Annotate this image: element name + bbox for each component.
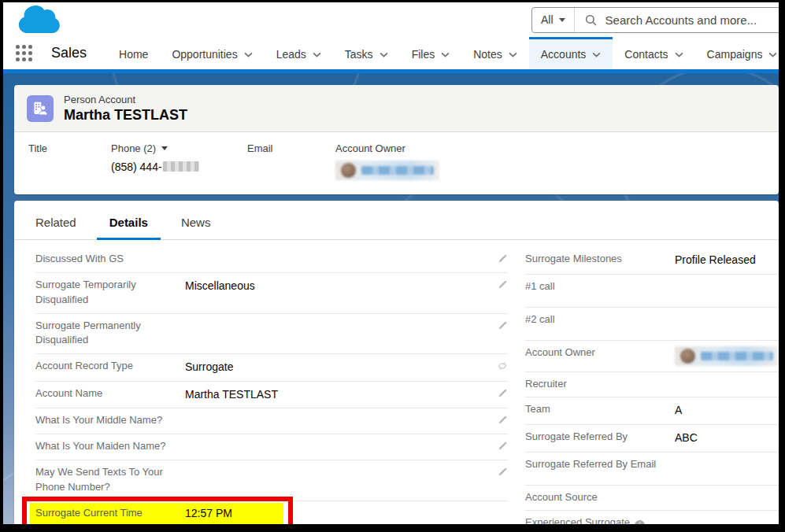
field-value [675,457,779,458]
edit-pencil-icon[interactable] [487,278,508,290]
field-value [675,515,779,516]
field-row-recruiter: Recruiter [525,372,779,398]
field-label: Account Source [525,490,675,505]
highlight-field-email: Email [247,142,335,180]
chevron-down-icon[interactable] [380,52,388,57]
field-label: Discussed With GS [35,252,185,267]
nav-tab-campaigns[interactable]: Campaigns [695,37,785,69]
tab-details[interactable]: Details [97,211,161,239]
field-value: A [675,402,779,419]
redacted-owner-chip[interactable] [335,161,439,180]
field-label: Team [525,402,675,417]
field-row-account-source: Account Source [525,486,779,512]
search-scope-dropdown[interactable]: All [532,8,575,32]
field-value: Profile Released [675,252,779,268]
field-value [28,161,111,175]
record-highlights-card: Person Account Martha TESTLAST Title Pho… [14,85,779,194]
field-label: What Is Your Maiden Name? [35,439,185,454]
tab-news[interactable]: News [181,211,211,239]
field-label: Title [28,142,111,154]
field-row-surrogate-referred-by-email: Surrogate Referred By Email [525,453,779,486]
global-search[interactable]: All Search Accounts and more... [531,7,783,33]
nav-tab-tasks[interactable]: Tasks [333,37,400,69]
chevron-down-icon[interactable] [675,52,683,57]
field-value [675,279,779,280]
field-row-surrogate-current-time: Surrogate Current Time 12:57 PM [35,501,508,524]
app-navigation-bar: Sales Home Opportunities Leads Tasks Fil… [3,37,779,69]
change-record-type-icon[interactable] [487,359,508,371]
field-value [675,312,779,313]
nav-tab-accounts[interactable]: Accounts [529,37,613,69]
detail-column-right: Surrogate Milestones Profile Released #1… [525,247,779,524]
record-detail-card: Related Details News Discussed With GS S… [14,201,779,524]
avatar [680,349,695,364]
record-name: Martha TESTLAST [64,107,187,124]
field-label: Experienced Surrogatei [525,515,675,524]
nav-tab-home[interactable]: Home [107,37,160,69]
field-value: (858) 444- [111,161,247,175]
chevron-down-icon[interactable] [313,52,321,57]
detail-column-left: Discussed With GS Surrogate Temporarily … [35,247,508,524]
tab-related[interactable]: Related [35,211,76,239]
field-label: Surrogate Referred By [525,430,675,445]
edit-pencil-icon[interactable] [487,439,508,451]
field-label: Account Name [35,386,185,401]
field-label: #1 call [525,279,675,294]
detail-tabs: Related Details News [14,211,779,240]
edit-pencil-icon[interactable] [487,319,508,331]
field-value [185,465,487,466]
field-value: 12:57 PM [185,505,508,522]
page-background: Person Account Martha TESTLAST Title Pho… [3,73,779,524]
field-label: Recruiter [525,377,675,392]
chevron-down-icon[interactable] [768,52,777,57]
salesforce-logo[interactable] [17,3,63,37]
field-value [185,319,487,320]
nav-tab-notes[interactable]: Notes [461,37,529,69]
info-icon[interactable]: i [635,520,645,524]
field-value [185,439,487,440]
field-label: Surrogate Current Time [35,506,185,521]
field-row-2-call: #2 call [525,308,779,341]
chevron-down-icon[interactable] [441,52,450,57]
chevron-down-icon[interactable] [592,52,601,57]
app-name[interactable]: Sales [51,45,87,61]
field-value [185,413,487,414]
field-label: What Is Your Middle Name? [35,413,185,428]
search-icon [585,14,597,26]
field-label: Account Owner [335,142,439,154]
nav-tab-files[interactable]: Files [400,37,462,69]
redacted-owner-chip[interactable] [675,346,779,366]
search-input[interactable]: Search Accounts and more... [605,13,757,27]
field-row-team: Team A [525,397,779,425]
field-label: Surrogate Permanently Disqualified [35,319,185,349]
detail-fields: Discussed With GS Surrogate Temporarily … [14,240,779,524]
nav-tab-contacts[interactable]: Contacts [613,37,694,69]
field-value: Miscellaneous [185,278,487,294]
salesforce-cloud-icon [17,3,63,37]
highlight-field-title: Title [28,142,111,180]
phone-dropdown[interactable]: Phone (2) [111,142,247,154]
field-value [675,345,779,366]
chevron-down-icon[interactable] [244,52,253,57]
redacted-text [163,161,199,172]
field-value [675,377,779,378]
search-scope-label: All [541,13,554,26]
field-value: Martha TESTLAST [185,386,487,403]
edit-pencil-icon[interactable] [487,413,508,425]
avatar [341,163,356,178]
app-launcher-icon[interactable] [16,45,32,61]
field-label: Account Record Type [35,359,185,374]
field-row-may-we-send-texts: May We Send Texts To Your Phone Number? [35,460,508,501]
redacted-text [361,166,434,175]
field-value: Surrogate [185,359,487,375]
highlight-field-phone: Phone (2) (858) 444- [111,142,247,180]
chevron-down-icon[interactable] [509,52,517,57]
nav-tab-leads[interactable]: Leads [265,37,333,69]
edit-pencil-icon[interactable] [487,386,508,398]
edit-pencil-icon[interactable] [487,465,508,477]
highlights-fields-row: Title Phone (2) (858) 444- Email [14,132,779,194]
nav-tab-opportunities[interactable]: Opportunities [160,37,264,69]
field-row-discussed-with-gs: Discussed With GS [35,247,508,273]
nav-tabs: Home Opportunities Leads Tasks Files Not… [107,37,785,69]
edit-pencil-icon[interactable] [487,252,508,264]
